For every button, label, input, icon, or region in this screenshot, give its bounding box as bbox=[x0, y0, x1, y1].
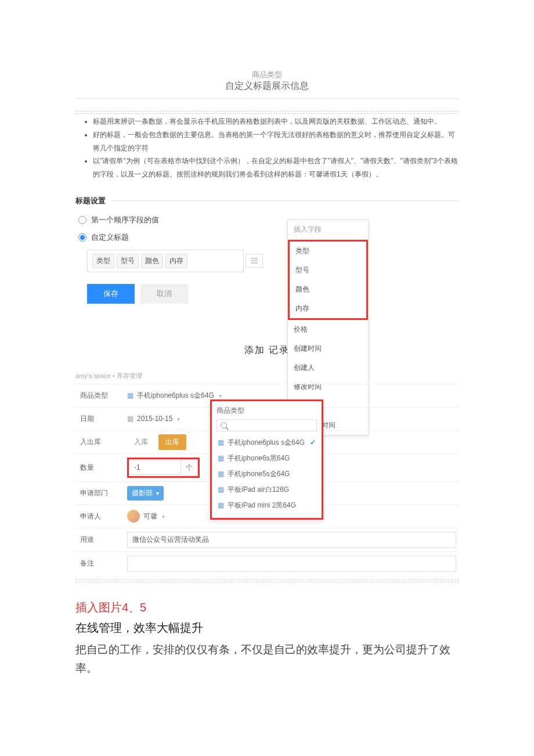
label-note: 备注 bbox=[75, 553, 125, 574]
dept-text: 摄影部 bbox=[132, 488, 153, 498]
chevron-down-icon: ▾ bbox=[177, 416, 180, 422]
dropdown-item[interactable]: 型号 bbox=[290, 261, 366, 280]
body-text-section: 插入图片4、5 在线管理，效率大幅提升 把自己的工作，安排的仅仅有条，不仅是自己… bbox=[75, 600, 459, 678]
dept-pill[interactable]: 摄影部 ▾ bbox=[127, 486, 164, 501]
popup-item-text: 手机iphone6s黑64G bbox=[228, 453, 290, 463]
paragraph: 把自己的工作，安排的仅仅有条，不仅是自己的效率提升，更为公司提升了效率。 bbox=[75, 640, 459, 678]
dashed-line bbox=[75, 579, 459, 580]
dropdown-item[interactable]: 创建时间 bbox=[288, 339, 368, 358]
grid-icon: ▦ bbox=[218, 470, 224, 478]
radio-label: 第一个顺序字段的值 bbox=[91, 215, 159, 225]
chevron-down-icon: ▾ bbox=[162, 513, 165, 520]
cancel-button[interactable]: 取消 bbox=[140, 284, 188, 304]
insert-image-note: 插入图片4、5 bbox=[75, 600, 459, 615]
dropdown-item[interactable]: 价格 bbox=[288, 320, 368, 339]
bullet-item: 标题用来辨识一条数据，将会显示在手机应用的表格数据列表中，以及网页版的关联数据、… bbox=[93, 115, 459, 128]
label-qty: 数量 bbox=[75, 457, 125, 478]
popup-item-text: 平板iPad air白128G bbox=[228, 485, 289, 495]
save-button[interactable]: 保存 bbox=[87, 284, 135, 304]
quantity-box-highlighted: 个 bbox=[127, 458, 200, 478]
note-input[interactable] bbox=[127, 556, 456, 572]
label-person: 申请人 bbox=[75, 506, 125, 527]
tag-input-box[interactable]: 类型 型号 颜色 内存 bbox=[87, 250, 244, 272]
dropdown-item[interactable]: 内存 bbox=[290, 299, 366, 318]
label-dept: 申请部门 bbox=[75, 483, 125, 504]
grid-icon: ▦ bbox=[218, 454, 224, 462]
grid-icon: ▦ bbox=[218, 501, 224, 509]
header-subtitle: 商品类型 bbox=[75, 70, 459, 80]
pill-in[interactable]: 入库 bbox=[127, 434, 155, 450]
grid-icon: ▦ bbox=[218, 438, 224, 447]
popup-item-text: 手机iphone5s金64G bbox=[228, 469, 290, 479]
page-header: 商品类型 自定义标题展示信息 bbox=[75, 70, 459, 92]
section-line bbox=[111, 200, 459, 201]
dashed-line bbox=[75, 581, 459, 582]
grid-icon: ▦ bbox=[127, 391, 134, 399]
use-input[interactable] bbox=[127, 532, 456, 548]
section-title-settings: 标题设置 bbox=[75, 196, 106, 206]
dropdown-item[interactable]: 颜色 bbox=[290, 280, 366, 299]
dashed-line bbox=[75, 113, 459, 114]
grid-icon: ▦ bbox=[218, 485, 224, 494]
popup-item[interactable]: ▦ 手机iphone5s金64G bbox=[217, 466, 317, 482]
chevron-down-icon: ▾ bbox=[219, 393, 222, 399]
calendar-icon: ▦ bbox=[127, 415, 134, 423]
date-text: 2015-10-15 bbox=[137, 415, 172, 423]
quantity-unit: 个 bbox=[181, 459, 198, 476]
chevron-down-icon: ▾ bbox=[156, 490, 159, 496]
tag-item[interactable]: 类型 bbox=[92, 254, 114, 268]
popup-item[interactable]: ▦ 手机iphone6plus s金64G ✓ bbox=[217, 435, 317, 451]
dropdown-item[interactable]: 类型 bbox=[290, 242, 366, 261]
breadcrumb-item[interactable]: 库存管理 bbox=[117, 372, 142, 379]
radio-icon-checked bbox=[78, 233, 86, 242]
highlighted-fields-box: 类型 型号 颜色 内存 bbox=[288, 240, 368, 320]
product-type-text: 手机iphone6plus s金64G bbox=[137, 391, 214, 401]
popup-item[interactable]: ▦ 手机iphone6s黑64G bbox=[217, 451, 317, 466]
popup-title: 商品类型 bbox=[217, 406, 317, 416]
header-title: 自定义标题展示信息 bbox=[75, 80, 459, 92]
add-record-title: 添加 记录 bbox=[0, 344, 534, 357]
popup-item[interactable]: ▦ 平板iPad mini 2黑64G bbox=[217, 498, 317, 513]
divider bbox=[75, 98, 459, 99]
popup-item[interactable]: ▦ 平板iPad air白128G bbox=[217, 482, 317, 498]
subheading: 在线管理，效率大幅提升 bbox=[75, 620, 459, 636]
tag-item[interactable]: 型号 bbox=[117, 254, 139, 268]
label-io: 入出库 bbox=[75, 431, 125, 453]
dashed-line bbox=[75, 110, 459, 111]
breadcrumb-item[interactable]: amy's space bbox=[75, 372, 111, 379]
avatar-icon bbox=[127, 510, 140, 523]
popup-item-text: 平板iPad mini 2黑64G bbox=[228, 501, 296, 510]
tag-item[interactable]: 内存 bbox=[165, 254, 187, 268]
label-date: 日期 bbox=[75, 408, 125, 430]
bullet-item: 好的标题，一般会包含数据的主要信息。当表格的第一个字段无法很好的表格数据的意义时… bbox=[93, 128, 459, 155]
search-icon bbox=[221, 422, 227, 429]
check-icon: ✓ bbox=[310, 438, 316, 447]
label-product-type: 商品类型 bbox=[75, 385, 125, 406]
pill-out[interactable]: 出库 bbox=[158, 434, 186, 450]
radio-custom-title[interactable]: 自定义标题 bbox=[78, 232, 459, 243]
radio-first-field[interactable]: 第一个顺序字段的值 bbox=[78, 215, 459, 225]
popup-search[interactable] bbox=[217, 419, 317, 431]
breadcrumb: amy's space • 库存管理 bbox=[75, 368, 459, 384]
description-list: 标题用来辨识一条数据，将会显示在手机应用的表格数据列表中，以及网页版的关联数据、… bbox=[75, 115, 459, 181]
radio-label: 自定义标题 bbox=[91, 232, 129, 243]
radio-icon bbox=[78, 216, 86, 224]
quantity-input[interactable] bbox=[129, 460, 181, 475]
product-type-popup: 商品类型 ▦ 手机iphone6plus s金64G ✓ ▦ 手机iphone6… bbox=[210, 399, 323, 520]
insert-field-icon[interactable] bbox=[246, 254, 263, 268]
label-use: 用途 bbox=[75, 529, 125, 550]
tag-item[interactable]: 颜色 bbox=[141, 254, 163, 268]
bullet-item: 以"请假单"为例（可在表格市场中找到这个示例），在自定义的标题中包含了"请假人"… bbox=[93, 154, 459, 181]
dropdown-header: 插入字段 bbox=[288, 220, 368, 240]
popup-item-text: 手机iphone6plus s金64G bbox=[228, 438, 305, 448]
person-name: 可馨 bbox=[143, 512, 157, 521]
